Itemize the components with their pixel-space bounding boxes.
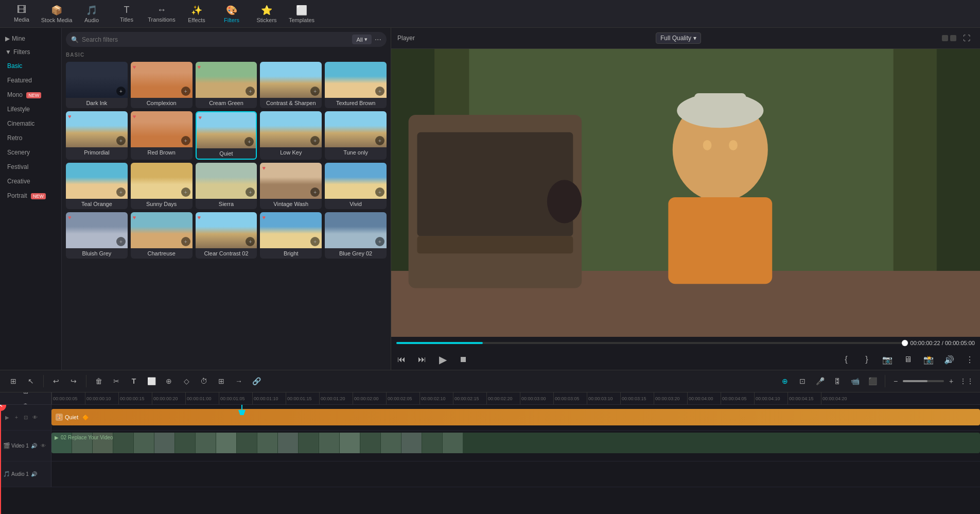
- add-icon-vivid[interactable]: +: [375, 187, 384, 197]
- search-input[interactable]: [82, 36, 349, 43]
- stop-button[interactable]: ⏹: [456, 352, 470, 367]
- filter-card-complexion[interactable]: ♥ + Complexion: [131, 62, 192, 108]
- crop-tool[interactable]: ⬜: [144, 374, 159, 388]
- filter-card-blue-grey-02[interactable]: + Blue Grey 02: [325, 212, 387, 259]
- add-icon-primordial[interactable]: +: [116, 136, 126, 145]
- toolbar-templates[interactable]: ⬜ Templates: [285, 2, 318, 26]
- mask-tool[interactable]: ◇: [179, 374, 194, 388]
- filter-card-textured-brown[interactable]: + Textured Brown: [325, 62, 387, 108]
- filter-card-quiet[interactable]: ♥ + Quiet: [196, 111, 257, 160]
- audio-mix-button[interactable]: 🎛: [830, 374, 845, 388]
- filter-card-vivid[interactable]: + Vivid: [325, 163, 387, 209]
- audio-track-mute[interactable]: 🔊: [30, 470, 38, 478]
- filter-card-red-brown[interactable]: ♥ + Red Brown: [131, 111, 192, 160]
- snap-toggle[interactable]: ⊕: [778, 374, 792, 388]
- add-icon-chart[interactable]: +: [181, 237, 190, 246]
- filters-toggle[interactable]: ▼ Filters: [0, 45, 61, 59]
- add-icon-cream[interactable]: +: [246, 87, 255, 96]
- add-icon-bluish[interactable]: +: [116, 237, 126, 246]
- filter-track-add[interactable]: +: [12, 414, 21, 422]
- sidebar-item-festival[interactable]: Festival: [0, 160, 61, 174]
- filter-card-tune-only[interactable]: + Tune only: [325, 111, 387, 160]
- frame-back-button[interactable]: ⏮: [394, 352, 409, 367]
- title-tool[interactable]: T: [127, 374, 141, 388]
- sidebar-item-cinematic[interactable]: Cinematic: [0, 116, 61, 131]
- filter-card-bright[interactable]: ♥ + Bright: [260, 212, 322, 259]
- sidebar-item-basic[interactable]: Basic: [0, 59, 61, 73]
- ripple-toggle[interactable]: ⊡: [795, 374, 810, 388]
- add-icon-complexion[interactable]: +: [181, 87, 190, 96]
- layout-button[interactable]: ⋮⋮: [959, 374, 974, 388]
- add-icon-blue-grey[interactable]: +: [375, 237, 384, 246]
- filter-track-expand[interactable]: ▶: [3, 414, 11, 422]
- zoom-out-button[interactable]: −: [890, 376, 901, 386]
- add-icon-sunny[interactable]: +: [181, 187, 190, 197]
- sidebar-item-scenery[interactable]: Scenery: [0, 145, 61, 160]
- add-icon-teal[interactable]: +: [116, 187, 126, 197]
- toolbar-stock[interactable]: 📦 Stock Media: [40, 2, 73, 26]
- sidebar-item-portrait[interactable]: Portrait NEW: [0, 189, 61, 203]
- filter-card-vintage-wash[interactable]: ♥ + Vintage Wash: [260, 163, 322, 209]
- filter-track-visible[interactable]: 👁: [31, 414, 39, 422]
- filter-card-teal-orange[interactable]: + Teal Orange: [66, 163, 128, 209]
- add-icon-tune-only[interactable]: +: [375, 136, 384, 145]
- transform-tool[interactable]: ⊕: [162, 374, 176, 388]
- video-track-mute[interactable]: 🔊: [30, 442, 38, 450]
- track-settings-button[interactable]: ⚙: [19, 399, 33, 405]
- add-icon-sierra[interactable]: +: [246, 187, 255, 197]
- toolbar-titles[interactable]: T Titles: [110, 2, 143, 26]
- add-track-button[interactable]: ⊞: [19, 392, 33, 399]
- zoom-slider[interactable]: [903, 380, 944, 382]
- toolbar-filters[interactable]: 🎨 Filters: [215, 2, 248, 26]
- playhead[interactable]: ✕: [0, 405, 1, 514]
- sidebar-item-creative[interactable]: Creative: [0, 174, 61, 189]
- step-back-button[interactable]: ⏭: [415, 352, 429, 367]
- toolbar-media[interactable]: 🎞 Media: [5, 2, 38, 26]
- add-icon-contrast[interactable]: +: [310, 87, 320, 96]
- link-tool[interactable]: 🔗: [249, 374, 264, 388]
- grid-view-button[interactable]: ⊞: [6, 374, 21, 388]
- sidebar-item-mono[interactable]: Mono NEW: [0, 88, 61, 102]
- filter-card-low-key[interactable]: + Low Key: [260, 111, 322, 160]
- redo-button[interactable]: ↪: [66, 374, 81, 388]
- quality-selector[interactable]: Full Quality ▾: [656, 32, 701, 44]
- delete-button[interactable]: 🗑: [92, 374, 106, 388]
- all-filter-button[interactable]: All ▾: [352, 35, 371, 44]
- add-icon-quiet[interactable]: +: [244, 137, 254, 146]
- toolbar-stickers[interactable]: ⭐ Stickers: [250, 2, 283, 26]
- screen-button[interactable]: 🖥: [901, 352, 915, 367]
- sidebar-item-retro[interactable]: Retro: [0, 131, 61, 145]
- filter-card-sunny-days[interactable]: + Sunny Days: [131, 163, 192, 209]
- undo-button[interactable]: ↩: [49, 374, 63, 388]
- filter-card-cream-green[interactable]: ♥ + Cream Green: [196, 62, 257, 108]
- filter-card-bluish-grey[interactable]: ♥ + Bluish Grey: [66, 212, 128, 259]
- toolbar-transitions[interactable]: ↔ Transitions: [145, 2, 178, 26]
- screen-record-button[interactable]: 📹: [848, 374, 862, 388]
- prev-frame-ctrl[interactable]: {: [839, 352, 853, 367]
- next-frame-ctrl[interactable]: }: [860, 352, 874, 367]
- volume-button[interactable]: 🔊: [942, 352, 956, 367]
- add-icon-red-brown[interactable]: +: [181, 136, 190, 145]
- player-progress-thumb[interactable]: [902, 340, 908, 346]
- add-icon-bright[interactable]: +: [310, 237, 320, 246]
- mine-toggle[interactable]: ▶ Mine: [0, 32, 61, 45]
- window-control-2[interactable]: [950, 35, 956, 41]
- more-player-btn[interactable]: ⋮: [962, 352, 977, 367]
- toolbar-effects[interactable]: ✨ Effects: [180, 2, 213, 26]
- sidebar-item-featured[interactable]: Featured: [0, 73, 61, 88]
- add-icon-clear[interactable]: +: [246, 237, 255, 246]
- filter-card-contrast[interactable]: + Contrast & Sharpen: [260, 62, 322, 108]
- window-control-1[interactable]: [942, 35, 948, 41]
- filter-card-chartreuse[interactable]: ♥ + Chartreuse: [131, 212, 192, 259]
- pip-button[interactable]: ⬛: [865, 374, 880, 388]
- fullscreen-button[interactable]: ⛶: [959, 31, 974, 45]
- video-track-visible[interactable]: 👁: [39, 442, 47, 450]
- split-button[interactable]: ✂: [109, 374, 124, 388]
- mic-button[interactable]: 🎤: [813, 374, 827, 388]
- speed-tool[interactable]: ⏱: [197, 374, 211, 388]
- toolbar-audio[interactable]: 🎵 Audio: [75, 2, 108, 26]
- add-icon-textured[interactable]: +: [375, 87, 384, 96]
- snapshot-button[interactable]: 📷: [880, 352, 895, 367]
- more-options-button[interactable]: ···: [375, 35, 381, 44]
- camera-button[interactable]: 📸: [921, 352, 936, 367]
